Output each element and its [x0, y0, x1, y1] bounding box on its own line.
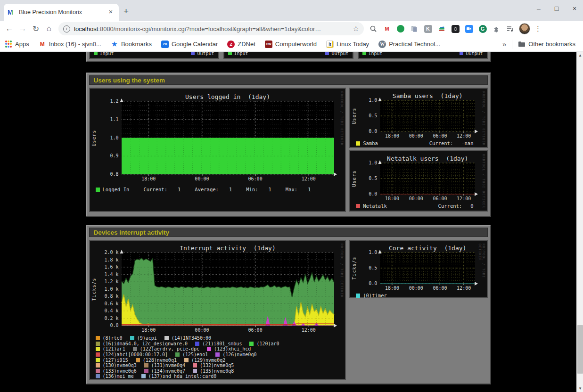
network-graph-panel[interactable]: Input Output [358, 52, 488, 59]
rrdtool-watermark: RRDTOOL / TOBI OETIKER [482, 154, 485, 208]
wordpress-icon: W [378, 41, 386, 48]
legend-swatch [133, 347, 137, 351]
wallet-extension-icon[interactable] [451, 24, 460, 33]
legend-swatch [207, 347, 211, 351]
samba-users-chart[interactable]: Samba users (1day)Users0.00.51.018:0000:… [350, 90, 486, 139]
zoom-extension-icon[interactable] [464, 24, 474, 33]
legend-swatch [164, 336, 169, 340]
back-button[interactable]: ← [3, 24, 16, 33]
bookmark-bookmarks[interactable]: ★ Bookmarks [111, 41, 152, 48]
window-maximize-button[interactable]: □ [553, 5, 560, 12]
bookmark-apps[interactable]: Apps [5, 41, 29, 48]
core-plot-area[interactable] [380, 253, 475, 284]
legend-swatch [249, 342, 254, 346]
legend-swatch [96, 352, 100, 357]
monitorix-favicon-icon: M [8, 8, 16, 16]
bookmark-star-icon[interactable]: ☆ [353, 24, 359, 33]
input-swatch [228, 52, 232, 55]
tab-close-icon[interactable]: × [107, 8, 115, 16]
bookmark-computerworld[interactable]: CW Computerworld [265, 41, 317, 48]
x-tick-label: 06:00 [428, 133, 451, 139]
search-extension-icon[interactable] [369, 24, 378, 33]
rrdtool-watermark: RRDTOOL / TOBI OETIKER [340, 91, 344, 146]
y-tick-label: 0.5 [353, 113, 377, 118]
copy-pages-extension-icon[interactable] [410, 24, 419, 33]
network-graph-panel[interactable]: Input Output [223, 52, 353, 59]
y-tick-label: 0.0 [353, 281, 377, 286]
x-tick-label: 18:00 [137, 176, 160, 181]
bookmarks-overflow-chevron[interactable]: » [502, 40, 506, 48]
gmail-extension-icon[interactable]: M [382, 24, 392, 33]
page-info-icon[interactable]: i [63, 25, 70, 33]
browser-tab[interactable]: M Blue Precision Monitorix × [4, 4, 119, 21]
bookmark-linux-today[interactable]: lt Linux Today [326, 41, 369, 48]
new-tab-button[interactable]: + [123, 7, 129, 16]
x-tick-label: 00:00 [405, 133, 427, 139]
address-bar[interactable]: i localhost:8080/monitorix-cgi/monitorix… [58, 22, 364, 35]
forward-button[interactable]: → [16, 24, 29, 33]
interrupt-activity-chart[interactable]: Interrupt activity (1day)Ticks/s0.00.2 k… [90, 241, 345, 335]
x-tick-label: 00:00 [190, 327, 213, 333]
x-tick-label: 18:00 [381, 133, 403, 139]
playlist-extension-icon[interactable] [505, 24, 515, 33]
core-activity-chart[interactable]: Core activity (1day)Ticks/s0.00.51.018:0… [350, 241, 486, 290]
scrollbar[interactable]: ▲ ▼ [576, 52, 583, 392]
y-tick-label: 0.8 k [94, 294, 119, 299]
x-tick-label: 12:00 [452, 286, 475, 291]
tab-strip: M Blue Precision Monitorix × + – □ × [0, 0, 583, 21]
window-close-button[interactable]: × [571, 5, 578, 12]
legend-swatch [96, 363, 100, 368]
window-minimize-button[interactable]: – [535, 5, 542, 12]
profile-avatar[interactable] [519, 23, 530, 34]
y-tick-label: 0.0 [353, 129, 377, 134]
legend-swatch [96, 358, 100, 362]
chart-title: Samba users (1day) [380, 92, 475, 99]
reload-button[interactable]: ↻ [29, 24, 42, 34]
users-plot-area[interactable] [122, 101, 334, 174]
scrollbar-up-arrow[interactable]: ▲ [577, 52, 583, 59]
legend-swatch [184, 358, 189, 362]
y-tick-label: 0.5 [353, 176, 377, 181]
books-extension-icon[interactable] [437, 24, 446, 33]
netatalk-users-chart[interactable]: Netatalk users (1day)Users0.00.51.018:00… [350, 152, 486, 201]
bookmark-zdnet[interactable]: Z ZDNet [227, 41, 255, 48]
chart-title: Netatalk users (1day) [380, 155, 475, 162]
url-host: localhost [74, 25, 98, 33]
legend-input: Input [362, 52, 383, 56]
legend-swatch [136, 358, 140, 362]
legend-input: Input [94, 52, 114, 56]
bookmark-inbox[interactable]: M Inbox (16) - sjvn0... [39, 41, 101, 48]
legend-output: Output [460, 52, 483, 56]
x-tick-label: 12:00 [452, 133, 475, 139]
samba-plot-area[interactable] [380, 100, 475, 131]
legend-item: (120)ar0 [249, 341, 279, 346]
k-extension-icon[interactable]: K [423, 24, 433, 33]
bookmark-google-calendar[interactable]: 28 Google Calendar [161, 41, 218, 48]
scrollbar-thumb[interactable] [577, 325, 583, 374]
users-legend: Logged In Current:1 Average:1 Min:1 Max:… [96, 187, 345, 192]
network-graph-panel[interactable]: Input Output [89, 52, 219, 59]
legend-swatch [96, 342, 100, 346]
section-users: Users using the system Users logged in (… [86, 73, 491, 217]
input-swatch [362, 52, 366, 55]
apps-grid-icon [5, 41, 12, 48]
phone-extension-icon[interactable] [396, 24, 405, 33]
netatalk-plot-area[interactable] [380, 163, 475, 194]
y-tick-label: 0.0 [353, 191, 377, 196]
users-logged-in-chart[interactable]: Users logged in (1day)Users0.80.91.01.11… [90, 90, 345, 185]
browser-toolbar: ← → ↻ ⌂ i localhost:8080/monitorix-cgi/m… [0, 21, 583, 37]
extensions-puzzle-icon[interactable] [492, 24, 501, 33]
legend-item: (136)mei_me [96, 374, 134, 379]
linux-today-icon: lt [326, 41, 334, 48]
computerworld-icon: CW [265, 41, 272, 48]
scrollbar-down-arrow[interactable]: ▼ [577, 385, 583, 392]
x-tick-label: 18:00 [137, 327, 160, 333]
menu-kebab-icon[interactable]: ⋮ [534, 24, 541, 33]
bookmark-practical-technology[interactable]: W Practical Technol... [378, 41, 440, 48]
home-button[interactable]: ⌂ [42, 24, 56, 33]
legend-swatch [193, 363, 197, 368]
y-tick-label: 0.8 [94, 172, 119, 177]
grammarly-extension-icon[interactable]: G [478, 24, 487, 33]
interrupt-plot-area[interactable] [122, 253, 334, 326]
other-bookmarks[interactable]: Other bookmarks [518, 41, 575, 48]
